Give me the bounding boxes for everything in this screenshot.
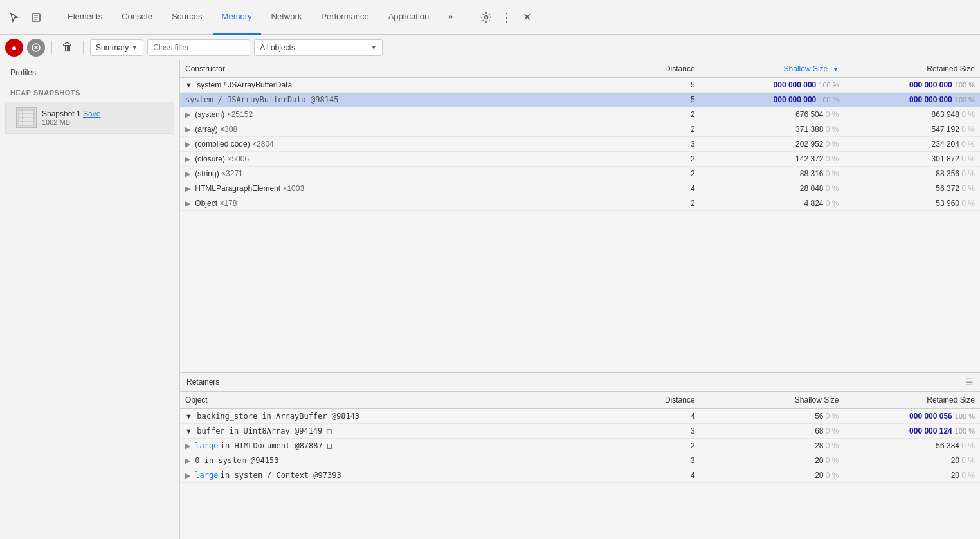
retained-size-cell: 547 192 0 % [844,122,981,137]
expand-arrow[interactable]: ▶ [185,155,190,163]
snapshot-name: Snapshot 1 Save [42,109,100,118]
ret-shallow-cell: 20 0 % [700,453,844,468]
all-objects-label: All objects [260,43,295,52]
tab-performance[interactable]: Performance [312,0,377,35]
retainer-row[interactable]: ▶ 0 in system @94153 3 20 0 % 20 0 % [180,453,980,468]
shallow-size-cell: 4 824 0 % [700,196,844,211]
table-row[interactable]: ▶ HTMLParagraphElement ×1003 4 28 048 0 … [180,181,980,196]
ret-distance-cell: 2 [620,439,700,453]
retained-size-cell: 53 960 0 % [844,196,981,211]
main-table: Constructor Distance Shallow Size ▼ Reta… [180,60,980,211]
retained-size-cell: 234 204 0 % [844,137,981,152]
table-row[interactable]: system / JSArrayBufferData @98145 5 000 … [180,93,980,107]
expand-arrow[interactable]: ▶ [185,442,190,450]
retainer-link[interactable]: large [195,441,218,450]
toolbar-separator [51,41,52,54]
constructor-cell: ▼ system / JSArrayBufferData [180,78,620,93]
tab-network[interactable]: Network [262,0,311,35]
expand-arrow[interactable]: ▶ [185,125,190,134]
col-retained-size[interactable]: Retained Size [844,60,981,78]
devtools-nav: Elements Console Sources Memory Network … [0,0,980,35]
expand-arrow[interactable]: ▶ [185,471,190,480]
more-dots-icon: ⋮ [501,10,512,24]
expand-arrow[interactable]: ▶ [185,111,190,119]
shallow-size-cell: 202 952 0 % [700,137,844,152]
snapshot-save-link[interactable]: Save [83,109,100,118]
inspect-icon-btn[interactable] [27,8,45,26]
ret-col-retained[interactable]: Retained Size [844,392,981,409]
snapshot-size: 1002 MB [42,118,100,126]
retainer-row[interactable]: ▼ backing_store in ArrayBuffer @98143 4 … [180,409,980,424]
tab-memory[interactable]: Memory [213,0,261,35]
expand-arrow[interactable]: ▶ [185,185,190,193]
retained-size-cell: 88 356 0 % [844,167,981,181]
ret-col-distance[interactable]: Distance [620,392,700,409]
col-distance[interactable]: Distance [620,60,700,78]
nav-right-icons: ⋮ ✕ [469,8,536,26]
ret-distance-cell: 4 [620,468,700,483]
table-row[interactable]: ▶ (array) ×308 2 371 388 0 % 547 192 0 % [180,122,980,137]
settings-icon-btn[interactable] [477,8,495,26]
table-row[interactable]: ▼ system / JSArrayBufferData 5 000 000 0… [180,78,980,93]
col-shallow-size[interactable]: Shallow Size ▼ [700,60,844,78]
retainers-header: Retainers ☰ [180,372,980,392]
tab-console[interactable]: Console [113,0,161,35]
retainers-table-area[interactable]: Object Distance Shallow Size Retained Si… [180,392,980,539]
retainers-scrollbar-icon: ☰ [965,377,974,387]
close-icon: ✕ [523,11,531,23]
tab-application[interactable]: Application [379,0,439,35]
constructor-cell: ▶ Object ×178 [180,196,620,211]
tab-elements[interactable]: Elements [59,0,111,35]
expand-arrow[interactable]: ▶ [185,457,190,465]
main-table-area[interactable]: Constructor Distance Shallow Size ▼ Reta… [180,60,980,372]
snapshot-item[interactable]: Snapshot 1 Save 1002 MB [5,102,174,134]
expand-arrow[interactable]: ▼ [185,412,192,420]
retainers-panel: Retainers ☰ Object Distance [180,372,980,539]
col-constructor[interactable]: Constructor [180,60,620,78]
table-row[interactable]: ▶ (compiled code) ×2804 3 202 952 0 % 23… [180,137,980,152]
close-icon-btn[interactable]: ✕ [518,8,536,26]
more-dots-icon-btn[interactable]: ⋮ [498,8,516,26]
retainer-row[interactable]: ▶ large in HTMLDocument @87887 □ 2 28 0 … [180,439,980,453]
snapshot-info: Snapshot 1 Save 1002 MB [42,109,100,126]
take-snapshot-button[interactable]: ● [5,39,23,57]
constructor-cell: ▶ (compiled code) ×2804 [180,137,620,152]
expand-arrow[interactable]: ▶ [185,199,190,208]
retainer-object-cell: ▶ large in HTMLDocument @87887 □ [180,439,620,453]
profiles-title: Profiles [0,60,179,85]
ret-shallow-cell: 20 0 % [700,468,844,483]
summary-dropdown[interactable]: Summary ▼ [90,39,143,56]
delete-snapshot-button[interactable]: 🗑 [59,39,77,57]
ret-retained-cell: 000 000 124100 % [844,424,981,439]
ret-col-object[interactable]: Object [180,392,620,409]
table-row[interactable]: ▶ Object ×178 2 4 824 0 % 53 960 0 % [180,196,980,211]
expand-arrow[interactable]: ▼ [185,81,192,89]
distance-cell: 3 [620,137,700,152]
distance-cell: 2 [620,196,700,211]
tab-sources[interactable]: Sources [163,0,212,35]
clear-profiles-button[interactable] [27,39,45,57]
class-filter-input[interactable] [147,39,250,56]
retained-size-cell: 56 372 0 % [844,181,981,196]
expand-arrow[interactable]: ▶ [185,140,190,149]
table-row[interactable]: ▶ (string) ×3271 2 88 316 0 % 88 356 0 % [180,167,980,181]
ret-retained-cell: 20 0 % [844,453,981,468]
expand-arrow[interactable]: ▼ [185,427,192,435]
expand-arrow[interactable]: ▶ [185,170,190,178]
retainers-title: Retainers [186,378,219,387]
ret-distance-cell: 4 [620,409,700,424]
table-row[interactable]: ▶ (closure) ×5006 2 142 372 0 % 301 872 … [180,152,980,167]
tab-more[interactable]: » [439,0,462,35]
retainer-row[interactable]: ▼ buffer in Uint8Array @94149 □ 3 68 0 %… [180,424,980,439]
retainer-row[interactable]: ▶ large in system / Context @97393 4 20 … [180,468,980,483]
all-objects-dropdown[interactable]: All objects ▼ [254,39,383,56]
ret-shallow-cell: 56 0 % [700,409,844,424]
cursor-icon-btn[interactable] [5,8,23,26]
sidebar: Profiles HEAP SNAPSHOTS Snapshot 1 Save … [0,60,180,539]
retainer-link[interactable]: large [195,471,218,480]
ret-col-shallow[interactable]: Shallow Size [700,392,844,409]
distance-cell: 2 [620,167,700,181]
table-row[interactable]: ▶ (system) ×25152 2 676 504 0 % 863 948 … [180,107,980,122]
toolbar-separator-2 [83,41,84,54]
distance-cell: 2 [620,152,700,167]
